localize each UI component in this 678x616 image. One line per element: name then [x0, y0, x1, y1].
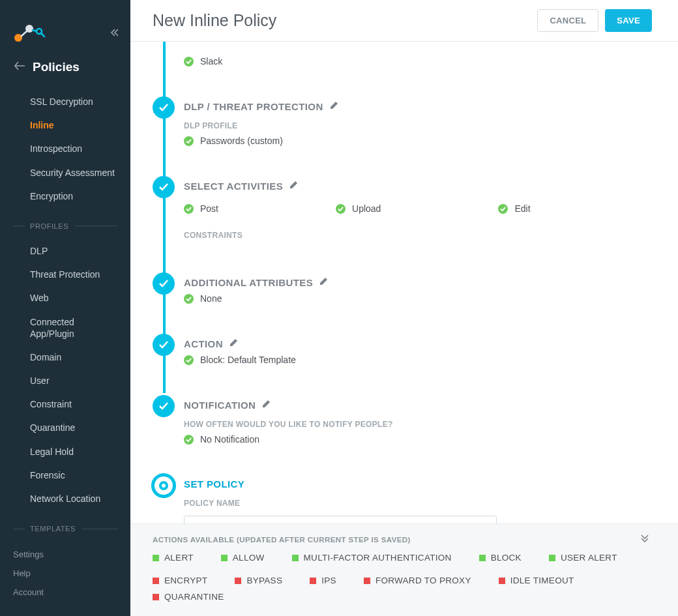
step-title: ADDITIONAL ATTRIBUTES — [184, 277, 313, 288]
check-icon — [184, 294, 194, 304]
activity-upload: Upload — [336, 203, 381, 214]
save-button[interactable]: SAVE — [605, 9, 652, 32]
action-idle-timeout: IDLE TIMEOUT — [499, 576, 574, 585]
step-title: NOTIFICATION — [184, 400, 256, 411]
step-sublabel: DLP PROFILE — [184, 121, 652, 130]
step-title: SELECT ACTIVITIES — [184, 181, 283, 192]
step-attributes: ADDITIONAL ATTRIBUTES None — [184, 272, 652, 304]
step-bullet-current-icon — [151, 473, 176, 498]
check-icon — [498, 204, 508, 214]
header: New Inline Policy CANCEL SAVE — [130, 0, 678, 42]
status-square-icon — [499, 578, 505, 584]
step-bullet-icon — [153, 272, 175, 295]
step-title: SET POLICY — [184, 478, 244, 490]
step-bullet-icon — [153, 395, 175, 417]
action-mfa: MULTI-FACTOR AUTHENTICATION — [292, 553, 452, 563]
sidebar-item-introspection[interactable]: Introspection — [0, 137, 130, 160]
sidebar-item-domain[interactable]: Domain — [0, 345, 130, 369]
check-icon — [336, 204, 346, 214]
templates-divider: TEMPLATES — [0, 517, 130, 538]
sidebar-item-ssl-decryption[interactable]: SSL Decryption — [0, 90, 130, 113]
status-square-icon — [310, 578, 316, 584]
activity-edit: Edit — [498, 203, 530, 214]
sidebar-item-legal-hold[interactable]: Legal Hold — [0, 440, 130, 463]
sidebar-item-network-location[interactable]: Network Location — [0, 487, 130, 510]
action-quarantine: QUARANTINE — [153, 592, 224, 602]
svg-line-3 — [41, 33, 44, 37]
check-icon — [184, 136, 194, 146]
templates-header: TEMPLATES — [30, 525, 76, 533]
attributes-value: None — [200, 293, 222, 304]
logo — [13, 23, 46, 43]
nav-profiles: DLP Threat Protection Web Connected App/… — [0, 235, 130, 517]
step-title: DLP / THREAT PROTECTION — [184, 101, 323, 112]
edit-icon[interactable] — [289, 180, 298, 192]
sidebar-item-user[interactable]: User — [0, 369, 130, 392]
page-title: New Inline Policy — [153, 11, 276, 30]
sidebar-item-forensic[interactable]: Forensic — [0, 463, 130, 487]
status-square-icon — [235, 578, 241, 584]
sidebar: Policies SSL Decryption Inline Introspec… — [0, 0, 130, 616]
sidebar-item-web[interactable]: Web — [0, 286, 130, 310]
activity-post: Post — [184, 203, 218, 214]
action-user-alert: USER ALERT — [549, 553, 617, 563]
step-bullet-icon — [153, 334, 175, 356]
status-square-icon — [479, 555, 486, 561]
wizard: Slack DLP / THREAT PROTECTION DLP PROFIL… — [130, 42, 678, 523]
step-notification: NOTIFICATION HOW OFTEN WOULD YOU LIKE TO… — [184, 395, 652, 445]
dlp-profile-value: Passwords (custom) — [200, 136, 283, 146]
sidebar-item-encryption[interactable]: Encryption — [0, 184, 130, 208]
check-icon — [184, 355, 194, 365]
svg-line-4 — [21, 31, 27, 37]
sidebar-item-dlp[interactable]: DLP — [0, 239, 130, 263]
sidebar-item-threat-protection[interactable]: Threat Protection — [0, 263, 130, 286]
status-square-icon — [221, 555, 228, 561]
action-encrypt: ENCRYPT — [153, 576, 207, 585]
collapse-sidebar-icon[interactable] — [110, 28, 119, 39]
edit-icon[interactable] — [319, 276, 328, 288]
status-square-icon — [153, 594, 159, 600]
check-icon — [184, 57, 194, 66]
step-app: Slack — [184, 56, 652, 66]
sidebar-help[interactable]: Help — [13, 564, 130, 583]
action-alert: ALERT — [153, 553, 194, 563]
step-title: ACTION — [184, 338, 223, 349]
selected-app-value: Slack — [200, 56, 222, 66]
back-arrow-icon[interactable] — [14, 61, 25, 73]
notification-value: No Notification — [200, 434, 259, 445]
edit-icon[interactable] — [262, 399, 271, 411]
sidebar-item-quarantine[interactable]: Quarantine — [0, 416, 130, 439]
section-title: Policies — [33, 60, 80, 74]
step-activities: SELECT ACTIVITIES Post Upload Edit — [184, 176, 652, 240]
status-square-icon — [549, 555, 555, 561]
action-value: Block: Default Template — [200, 355, 296, 365]
actions-footer: ACTIONS AVAILABLE (UPDATED AFTER CURRENT… — [130, 523, 678, 616]
sidebar-item-security-assessment[interactable]: Security Assessment — [0, 161, 130, 184]
edit-icon[interactable] — [330, 100, 338, 112]
sidebar-settings[interactable]: Settings — [13, 545, 130, 564]
notification-sublabel: HOW OFTEN WOULD YOU LIKE TO NOTIFY PEOPL… — [184, 420, 652, 429]
sidebar-item-inline[interactable]: Inline — [0, 113, 130, 137]
cancel-button[interactable]: CANCEL — [537, 9, 598, 32]
action-forward-to-proxy: FORWARD TO PROXY — [364, 576, 471, 585]
edit-icon[interactable] — [229, 338, 238, 349]
sidebar-footer: Settings Help Account — [0, 545, 130, 616]
action-allow: ALLOW — [221, 553, 265, 563]
sidebar-item-constraint[interactable]: Constraint — [0, 392, 130, 416]
collapse-actions-icon[interactable] — [640, 533, 649, 544]
check-icon — [184, 204, 194, 214]
status-square-icon — [292, 555, 299, 561]
status-square-icon — [364, 578, 370, 584]
step-set-policy: SET POLICY POLICY NAME — [184, 475, 652, 523]
action-bypass: BYPASS — [235, 576, 282, 585]
step-bullet-icon — [153, 96, 175, 119]
action-block: BLOCK — [479, 553, 522, 563]
step-dlp: DLP / THREAT PROTECTION DLP PROFILE Pass… — [184, 96, 652, 146]
sidebar-account[interactable]: Account — [13, 583, 130, 602]
policy-name-input[interactable] — [184, 516, 497, 523]
sidebar-item-connected-app-plugin[interactable]: Connected App/Plugin — [0, 310, 130, 345]
check-icon — [184, 435, 194, 445]
policy-name-label: POLICY NAME — [184, 499, 652, 508]
step-action: ACTION Block: Default Template — [184, 334, 652, 365]
action-ips: IPS — [310, 576, 336, 585]
